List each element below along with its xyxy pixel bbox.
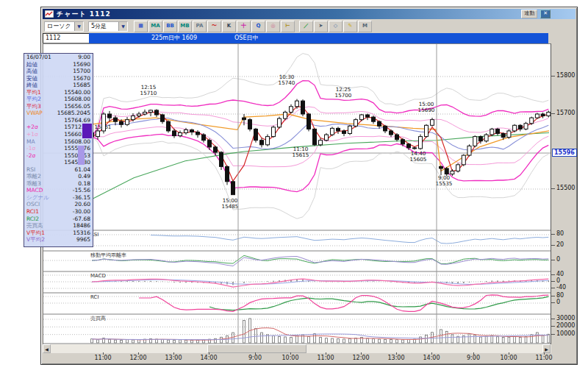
macd-axis-label: 0 bbox=[556, 277, 560, 284]
time-axis-label: 14:00 bbox=[419, 355, 444, 361]
vol-axis-label: 20000 bbox=[556, 322, 575, 329]
kairi-axis-label: 0 bbox=[556, 256, 560, 263]
chart-type-icon[interactable]: ▦ bbox=[134, 21, 148, 32]
toolbar-icons: ▦MABBMBPA〜K十Q◎⊢／➤◇✎M bbox=[134, 21, 373, 32]
data-window-row: MA15608.00 bbox=[24, 138, 93, 146]
data-window-row: RCI2-67.68 bbox=[24, 216, 93, 223]
title-bar[interactable]: チャート 1112 連動 ✕ bbox=[43, 9, 576, 19]
rci-label: RCI bbox=[90, 294, 98, 300]
price-axis-label: 15500 bbox=[556, 185, 575, 191]
mb-indicator-icon[interactable]: MB bbox=[178, 21, 192, 32]
data-window-row: 乖離30.18 bbox=[24, 180, 93, 188]
macd-label: MACD bbox=[90, 273, 106, 279]
time-axis-label: 11:00 bbox=[313, 355, 338, 361]
data-window-row: V平均115316 bbox=[24, 230, 93, 237]
chart-window: チャート 1112 連動 ✕ ローソク ▼ 5分足 ▼ ▦MABBMBPA〜K十… bbox=[40, 7, 578, 365]
data-window-row: 乖離20.49 bbox=[24, 173, 93, 180]
compare-icon[interactable]: M bbox=[358, 21, 372, 32]
time-axis-label: 11:00 bbox=[90, 355, 115, 361]
rci-axis-label: 0 bbox=[556, 299, 560, 305]
settings-icon[interactable]: ◎ bbox=[266, 21, 280, 32]
macd-axis-label: -40 bbox=[556, 284, 566, 291]
vol-label: 売買高 bbox=[90, 316, 106, 322]
chart-type-select[interactable]: ローソク ▼ bbox=[44, 21, 84, 32]
link-windows-button[interactable]: 連動 bbox=[521, 10, 537, 18]
vol-axis-label: 30000 bbox=[556, 315, 575, 322]
eraser-icon[interactable]: ◇ bbox=[329, 21, 343, 32]
price-chart-area[interactable]: 12:151571015:001548510:301574011:1015615… bbox=[43, 43, 551, 344]
rsi-panel: RSI bbox=[43, 230, 551, 246]
data-window-row: VWAP15685.2045 bbox=[24, 110, 93, 117]
time-axis-label: 12:00 bbox=[126, 355, 151, 361]
data-window-row: 平均115540.00 bbox=[24, 89, 93, 96]
draw-line-icon[interactable]: ／ bbox=[299, 21, 313, 32]
scroll-left-icon[interactable]: ◀ bbox=[43, 344, 51, 353]
data-window-row: 高値15700 bbox=[24, 68, 93, 75]
time-axis-label: 12:00 bbox=[348, 355, 373, 361]
current-price-marker: 15596 bbox=[552, 149, 577, 157]
toolbar: ローソク ▼ 5分足 ▼ ▦MABBMBPA〜K十Q◎⊢／➤◇✎M bbox=[43, 20, 576, 32]
data-window-row: RSI61.04 bbox=[24, 166, 93, 174]
rci-axis-label: 80 bbox=[556, 292, 564, 299]
chart-annotation: 15740 bbox=[279, 79, 295, 86]
data-window-row: V平均29965 bbox=[24, 236, 93, 244]
macd-panel: MACD bbox=[43, 271, 551, 288]
price-panel: 12:151571015:001548510:301574011:1015615… bbox=[43, 54, 551, 219]
chart-annotation: 15700 bbox=[335, 92, 352, 99]
data-window-row: 16/07/019:00 bbox=[24, 54, 93, 61]
bollinger-band-icon[interactable]: BB bbox=[163, 21, 177, 32]
zoom-icon[interactable]: Q bbox=[251, 21, 265, 32]
chart-annotation: 15605 bbox=[410, 156, 427, 163]
pa-indicator-icon[interactable]: PA bbox=[193, 21, 207, 32]
symbol-input[interactable]: 1112 bbox=[43, 33, 91, 43]
chevron-down-icon[interactable]: ▼ bbox=[118, 22, 127, 31]
macd-axis-label: 40 bbox=[556, 271, 564, 277]
chart-zone: 12:151571015:001548510:301574011:1015615… bbox=[43, 43, 576, 363]
price-axis-label: 15700 bbox=[556, 110, 575, 116]
chevron-down-icon[interactable]: ▼ bbox=[74, 22, 83, 31]
chart-annotation: 15485 bbox=[222, 203, 239, 210]
close-icon[interactable]: ✕ bbox=[540, 10, 551, 18]
rsi-axis-label: 20 bbox=[556, 241, 564, 248]
app-icon bbox=[45, 10, 54, 18]
price-axis: 15800157001550080200400-4080030000200001… bbox=[551, 43, 577, 344]
data-window-row: MACD-15.56 bbox=[24, 187, 93, 194]
ma-indicator-icon[interactable]: MA bbox=[148, 21, 162, 32]
time-axis-label: 9:00 bbox=[243, 355, 268, 361]
time-axis-label: 11:00 bbox=[531, 355, 556, 361]
data-window-row: 安値15670 bbox=[24, 75, 93, 82]
horizontal-scrollbar[interactable]: ◀ ▶ bbox=[43, 344, 551, 353]
chart-annotation: 15690 bbox=[418, 107, 435, 113]
time-axis-label: 13:00 bbox=[161, 355, 186, 361]
vol-axis-label: 10000 bbox=[556, 330, 575, 337]
chart-annotation: 15535 bbox=[436, 180, 453, 187]
time-axis: 11:0012:0013:0014:009:0010:0011:0012:001… bbox=[43, 353, 577, 363]
pointer-icon[interactable]: ➤ bbox=[314, 21, 328, 32]
data-window-row: 終値15685 bbox=[24, 82, 93, 89]
chart-canvas[interactable]: 12:151571015:001548510:301574011:1015615… bbox=[43, 44, 551, 344]
window-title: チャート 1112 bbox=[57, 10, 111, 19]
timeframe-select[interactable]: 5分足 ▼ bbox=[88, 21, 128, 32]
ruler-icon[interactable]: ⊢ bbox=[281, 21, 295, 32]
wave-indicator-icon[interactable]: 〜 bbox=[207, 21, 221, 32]
timeframe-value: 5分足 bbox=[89, 22, 118, 30]
contract-info-bar[interactable]: 225m日中 1609 OSE日中 bbox=[89, 33, 548, 43]
price-axis-label: 15800 bbox=[556, 72, 575, 79]
rsi-axis-label: 80 bbox=[556, 230, 564, 237]
data-window-row: 売買高18486 bbox=[24, 222, 93, 230]
vol-panel: 売買高 bbox=[43, 314, 551, 343]
data-window-row: 平均215608.00 bbox=[24, 96, 93, 103]
time-axis-label: 10:00 bbox=[496, 355, 521, 361]
kairi-panel: 移動平均乖離率 bbox=[43, 251, 551, 266]
crosshair-icon[interactable]: 十 bbox=[237, 21, 251, 32]
pen-icon[interactable]: ✎ bbox=[343, 21, 357, 32]
data-window-row: OSCI20.60 bbox=[24, 201, 93, 208]
data-window-row: 平均315656.05 bbox=[24, 103, 93, 110]
time-axis-label: 10:00 bbox=[278, 355, 303, 361]
time-axis-label: 9:00 bbox=[461, 355, 486, 361]
session-label: OSE日中 bbox=[234, 33, 258, 43]
price-study-icon[interactable]: K bbox=[222, 21, 236, 32]
scrollbar-thumb[interactable] bbox=[207, 344, 306, 353]
chart-annotation: 15710 bbox=[140, 90, 157, 96]
rci-panel: RCI bbox=[43, 293, 551, 311]
